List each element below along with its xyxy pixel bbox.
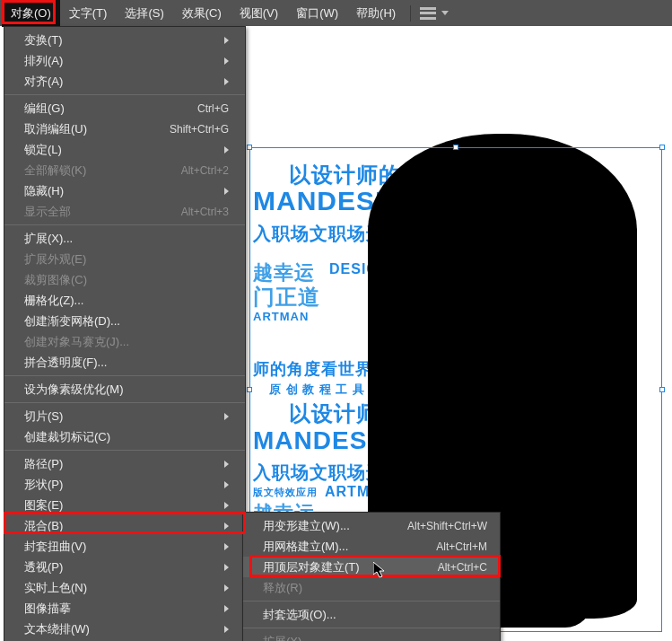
smi-make-with-warp[interactable]: 用变形建立(W)...Alt+Shift+Ctrl+W <box>243 515 500 536</box>
mi-live-paint[interactable]: 实时上色(N) <box>4 577 245 598</box>
smi-release: 释放(R) <box>243 577 500 598</box>
mi-transform[interactable]: 变换(T) <box>4 30 245 50</box>
envelope-distort-submenu: 用变形建立(W)...Alt+Shift+Ctrl+W 用网格建立(M)...A… <box>242 512 501 641</box>
menu-separator <box>4 94 245 95</box>
mi-text-wrap[interactable]: 文本绕排(W) <box>4 619 245 639</box>
chevron-right-icon <box>224 37 229 44</box>
mi-object-mosaic: 创建对象马赛克(J)... <box>4 331 245 352</box>
chevron-right-icon <box>224 461 229 468</box>
menu-separator <box>243 628 500 628</box>
mi-shape[interactable]: 形状(P) <box>4 474 245 495</box>
mi-lock[interactable]: 锁定(L) <box>4 139 245 160</box>
selection-handle[interactable] <box>247 145 252 150</box>
workspace-icon[interactable] <box>420 7 436 20</box>
chevron-right-icon <box>224 584 229 592</box>
object-menu-dropdown: 变换(T) 排列(A) 对齐(A) 编组(G)Ctrl+G 取消编组(U)Shi… <box>4 26 246 641</box>
mi-envelope-distort[interactable]: 封套扭曲(V) <box>4 536 245 557</box>
menu-type[interactable]: 文字(T) <box>60 0 117 27</box>
menu-object[interactable]: 对象(O) <box>2 0 60 27</box>
mi-path[interactable]: 路径(P) <box>4 453 245 474</box>
menu-separator <box>243 601 500 601</box>
chevron-right-icon <box>224 188 229 195</box>
menubar: 对象(O) 文字(T) 选择(S) 效果(C) 视图(V) 窗口(W) 帮助(H… <box>0 0 672 26</box>
smi-make-with-top-object[interactable]: 用顶层对象建立(T)Alt+Ctrl+C <box>243 557 500 577</box>
chevron-down-icon[interactable] <box>441 11 449 15</box>
selection-handle[interactable] <box>247 387 252 392</box>
chevron-right-icon <box>224 413 229 420</box>
mi-crop-image: 裁剪图像(C) <box>4 269 245 290</box>
menu-separator <box>4 224 245 225</box>
chevron-right-icon <box>224 146 229 154</box>
selection-handle[interactable] <box>659 145 665 150</box>
smi-envelope-options[interactable]: 封套选项(O)... <box>243 604 500 625</box>
menu-select[interactable]: 选择(S) <box>116 0 172 27</box>
mi-ungroup[interactable]: 取消编组(U)Shift+Ctrl+G <box>4 119 245 139</box>
chevron-right-icon <box>224 481 229 488</box>
chevron-right-icon <box>224 605 229 612</box>
menu-separator <box>4 402 245 403</box>
mi-pattern[interactable]: 图案(E) <box>4 495 245 515</box>
menu-window[interactable]: 窗口(W) <box>287 0 347 27</box>
chevron-right-icon <box>224 78 229 85</box>
chevron-right-icon <box>224 543 229 550</box>
mi-hide[interactable]: 隐藏(H) <box>4 180 245 201</box>
mi-blend[interactable]: 混合(B) <box>4 515 245 536</box>
mi-group[interactable]: 编组(G)Ctrl+G <box>4 98 245 119</box>
menu-separator <box>4 450 245 451</box>
chevron-right-icon <box>224 564 229 571</box>
menu-separator <box>4 375 245 376</box>
mi-arrange[interactable]: 排列(A) <box>4 50 245 71</box>
chevron-right-icon <box>224 502 229 509</box>
mi-trim-marks[interactable]: 创建裁切标记(C) <box>4 426 245 447</box>
chevron-right-icon <box>224 626 229 633</box>
menu-effect[interactable]: 效果(C) <box>173 0 231 27</box>
mi-gradient-mesh[interactable]: 创建渐变网格(D)... <box>4 311 245 331</box>
selection-handle[interactable] <box>453 145 458 150</box>
chevron-right-icon <box>224 522 229 530</box>
mi-show-all: 显示全部Alt+Ctrl+3 <box>4 201 245 222</box>
mi-perspective[interactable]: 透视(P) <box>4 557 245 577</box>
mi-flatten-transparency[interactable]: 拼合透明度(F)... <box>4 352 245 373</box>
mi-image-trace[interactable]: 图像描摹 <box>4 598 245 619</box>
mi-rasterize[interactable]: 栅格化(Z)... <box>4 290 245 311</box>
chevron-right-icon <box>224 57 229 65</box>
selection-handle[interactable] <box>659 387 665 392</box>
smi-make-with-mesh[interactable]: 用网格建立(M)...Alt+Ctrl+M <box>243 536 500 557</box>
mi-expand[interactable]: 扩展(X)... <box>4 228 245 249</box>
mi-unlock-all: 全部解锁(K)Alt+Ctrl+2 <box>4 160 245 180</box>
mi-align[interactable]: 对齐(A) <box>4 71 245 92</box>
mi-pixel-perfect[interactable]: 设为像素级优化(M) <box>4 379 245 400</box>
smi-expand: 扩展(X) <box>243 631 500 641</box>
menu-help[interactable]: 帮助(H) <box>347 0 405 27</box>
mi-expand-appearance: 扩展外观(E) <box>4 249 245 269</box>
mi-slice[interactable]: 切片(S) <box>4 406 245 426</box>
menu-view[interactable]: 视图(V) <box>231 0 287 27</box>
menubar-divider <box>410 5 411 22</box>
